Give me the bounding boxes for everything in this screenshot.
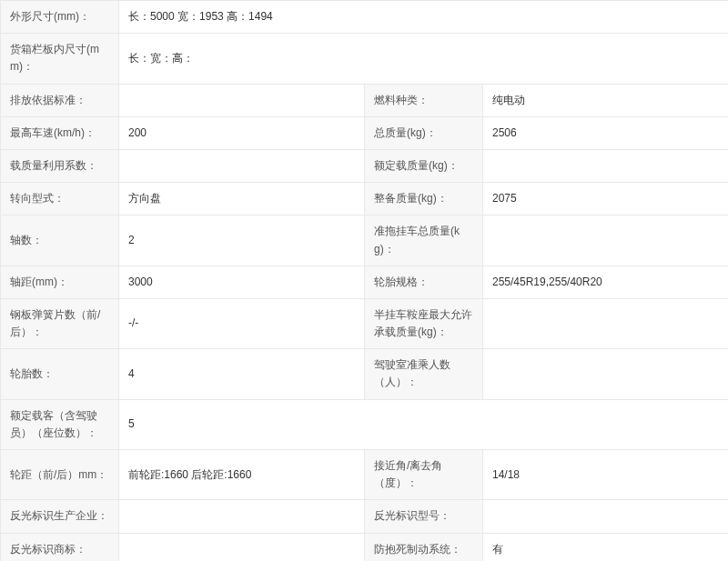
spec-value xyxy=(483,298,729,348)
spec-value: -/- xyxy=(119,298,365,348)
spec-value xyxy=(119,84,365,116)
spec-value: 长：宽：高： xyxy=(119,34,729,84)
spec-label: 准拖挂车总质量(kg)： xyxy=(365,215,483,265)
spec-label: 防抱死制动系统： xyxy=(365,533,483,561)
spec-label: 轮距（前/后）mm： xyxy=(1,450,119,500)
spec-value: 200 xyxy=(119,116,365,149)
spec-row: 载质量利用系数：额定载质量(kg)： xyxy=(1,149,729,182)
spec-row: 货箱栏板内尺寸(mm)：长：宽：高： xyxy=(1,34,729,84)
spec-label: 轴距(mm)： xyxy=(1,265,119,298)
spec-value: 长：5000 宽：1953 高：1494 xyxy=(119,1,729,34)
spec-label: 轴数： xyxy=(1,215,119,265)
spec-value: 前轮距:1660 后轮距:1660 xyxy=(119,450,365,500)
spec-label: 额定载客（含驾驶员）（座位数）： xyxy=(1,399,119,449)
spec-label: 额定载质量(kg)： xyxy=(365,149,483,182)
spec-row: 轮距（前/后）mm：前轮距:1660 后轮距:1660接近角/离去角（度）：14… xyxy=(1,450,729,500)
spec-value: 4 xyxy=(119,349,365,399)
spec-label: 外形尺寸(mm)： xyxy=(1,1,119,34)
vehicle-spec-table: 外形尺寸(mm)：长：5000 宽：1953 高：1494货箱栏板内尺寸(mm)… xyxy=(0,0,728,561)
spec-label: 半挂车鞍座最大允许承载质量(kg)： xyxy=(365,298,483,348)
spec-value: 方向盘 xyxy=(119,183,365,215)
spec-label: 整备质量(kg)： xyxy=(365,183,483,215)
spec-label: 燃料种类： xyxy=(365,84,483,116)
spec-value xyxy=(483,149,729,182)
spec-row: 反光标识商标：防抱死制动系统：有 xyxy=(1,533,729,561)
spec-value xyxy=(119,149,365,182)
spec-value: 2506 xyxy=(483,116,729,149)
spec-label: 载质量利用系数： xyxy=(1,149,119,182)
spec-label: 最高车速(km/h)： xyxy=(1,116,119,149)
spec-row: 额定载客（含驾驶员）（座位数）：5 xyxy=(1,399,729,449)
spec-value xyxy=(119,500,365,533)
spec-row: 转向型式：方向盘整备质量(kg)：2075 xyxy=(1,183,729,215)
spec-label: 钢板弹簧片数（前/后）： xyxy=(1,298,119,348)
spec-value xyxy=(119,533,365,561)
spec-value: 14/18 xyxy=(483,450,729,500)
spec-label: 反光标识商标： xyxy=(1,533,119,561)
spec-label: 轮胎规格： xyxy=(365,265,483,298)
spec-value: 2 xyxy=(119,215,365,265)
spec-label: 驾驶室准乘人数（人）： xyxy=(365,349,483,399)
spec-value: 2075 xyxy=(483,183,729,215)
spec-label: 排放依据标准： xyxy=(1,84,119,116)
spec-row: 轮胎数：4驾驶室准乘人数（人）： xyxy=(1,349,729,399)
spec-value: 5 xyxy=(119,399,729,449)
spec-value: 纯电动 xyxy=(483,84,729,116)
spec-label: 接近角/离去角（度）： xyxy=(365,450,483,500)
spec-row: 排放依据标准：燃料种类：纯电动 xyxy=(1,84,729,116)
spec-row: 最高车速(km/h)：200总质量(kg)：2506 xyxy=(1,116,729,149)
spec-label: 总质量(kg)： xyxy=(365,116,483,149)
spec-value xyxy=(483,500,729,533)
spec-row: 轴数：2准拖挂车总质量(kg)： xyxy=(1,215,729,265)
spec-row: 钢板弹簧片数（前/后）：-/-半挂车鞍座最大允许承载质量(kg)： xyxy=(1,298,729,348)
spec-value: 3000 xyxy=(119,265,365,298)
spec-row: 轴距(mm)：3000轮胎规格：255/45R19,255/40R20 xyxy=(1,265,729,298)
spec-row: 反光标识生产企业：反光标识型号： xyxy=(1,500,729,533)
spec-value xyxy=(483,215,729,265)
spec-value: 255/45R19,255/40R20 xyxy=(483,265,729,298)
spec-value: 有 xyxy=(483,533,729,561)
spec-label: 轮胎数： xyxy=(1,349,119,399)
spec-label: 转向型式： xyxy=(1,183,119,215)
spec-label: 反光标识生产企业： xyxy=(1,500,119,533)
spec-label: 货箱栏板内尺寸(mm)： xyxy=(1,34,119,84)
spec-value xyxy=(483,349,729,399)
spec-label: 反光标识型号： xyxy=(365,500,483,533)
spec-row: 外形尺寸(mm)：长：5000 宽：1953 高：1494 xyxy=(1,1,729,34)
